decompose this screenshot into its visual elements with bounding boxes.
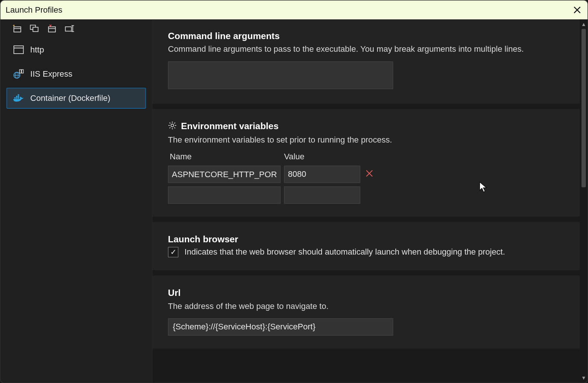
gear-icon — [168, 121, 177, 132]
browser-icon — [13, 45, 24, 55]
svg-rect-22 — [16, 97, 18, 98]
cli-args-input[interactable] — [168, 61, 393, 89]
profile-item-container[interactable]: Container (Dockerfile) — [6, 88, 146, 109]
rename-profile-button[interactable] — [64, 25, 74, 32]
docker-icon — [13, 93, 24, 103]
svg-rect-26 — [18, 94, 19, 95]
env-delete-button[interactable] — [364, 169, 375, 180]
close-button[interactable] — [571, 4, 584, 16]
launch-browser-checkbox[interactable]: ✓ — [168, 247, 178, 258]
content-panel: Command line arguments Command line argu… — [152, 19, 580, 383]
env-value-input[interactable] — [284, 166, 360, 183]
env-name-input[interactable] — [168, 186, 281, 204]
vertical-scrollbar[interactable]: ▲ ▼ — [580, 19, 588, 383]
launch-profiles-dialog: Launch Profiles — [0, 0, 588, 383]
svg-rect-0 — [14, 27, 21, 32]
svg-rect-21 — [14, 97, 16, 98]
profile-item-label: IIS Express — [30, 69, 72, 79]
svg-rect-23 — [18, 97, 19, 98]
duplicate-profile-button[interactable] — [30, 25, 39, 32]
svg-rect-14 — [14, 46, 23, 54]
titlebar: Launch Profiles — [0, 0, 588, 19]
env-table: Name Value — [168, 152, 564, 204]
svg-rect-25 — [18, 96, 19, 97]
env-value-input[interactable] — [284, 186, 360, 204]
new-profile-button[interactable] — [13, 25, 22, 32]
env-title: Environment variables — [181, 121, 279, 131]
profile-item-label: Container (Dockerfile) — [30, 93, 110, 103]
env-desc: The environment variables to set prior t… — [168, 134, 564, 146]
profile-item-label: http — [30, 45, 44, 55]
section-cli: Command line arguments Command line argu… — [152, 19, 580, 103]
svg-rect-20 — [22, 70, 23, 73]
scrollbar-thumb[interactable] — [582, 29, 586, 187]
section-launch-browser: Launch browser ✓ Indicates that the web … — [152, 222, 580, 270]
scroll-down-icon[interactable]: ▼ — [581, 375, 586, 381]
sidebar: http IIS Express Container (Dockerfile) — [0, 19, 152, 383]
url-title: Url — [168, 288, 564, 298]
section-url: Url The address of the web page to navig… — [152, 275, 580, 348]
env-row — [168, 166, 564, 183]
svg-rect-6 — [48, 27, 56, 32]
env-header: Name Value — [168, 152, 564, 162]
svg-rect-5 — [33, 27, 38, 32]
section-env: Environment variables The environment va… — [152, 109, 580, 217]
cli-desc: Command line arguments to pass to the ex… — [168, 44, 564, 55]
url-input[interactable] — [168, 318, 393, 335]
profile-item-iis[interactable]: IIS Express — [6, 64, 146, 84]
env-row — [168, 186, 564, 204]
scroll-up-icon[interactable]: ▲ — [581, 21, 586, 27]
globe-icon — [13, 69, 24, 79]
window-title: Launch Profiles — [6, 5, 62, 15]
svg-rect-19 — [19, 70, 21, 73]
delete-profile-button[interactable] — [47, 25, 57, 32]
profile-list: http IIS Express Container (Dockerfile) — [0, 37, 152, 109]
sidebar-toolbar — [0, 19, 152, 36]
env-header-name: Name — [168, 152, 281, 162]
svg-point-27 — [171, 124, 174, 127]
svg-rect-10 — [65, 27, 71, 31]
env-name-input[interactable] — [168, 166, 281, 183]
launch-desc: Indicates that the web browser should au… — [184, 248, 505, 257]
url-desc: The address of the web page to navigate … — [168, 301, 564, 312]
scrollbar-track[interactable] — [581, 29, 587, 373]
launch-title: Launch browser — [168, 234, 564, 245]
env-header-value: Value — [284, 152, 360, 162]
profile-item-http[interactable]: http — [6, 39, 146, 60]
cli-title: Command line arguments — [168, 31, 564, 41]
svg-rect-24 — [16, 96, 18, 97]
